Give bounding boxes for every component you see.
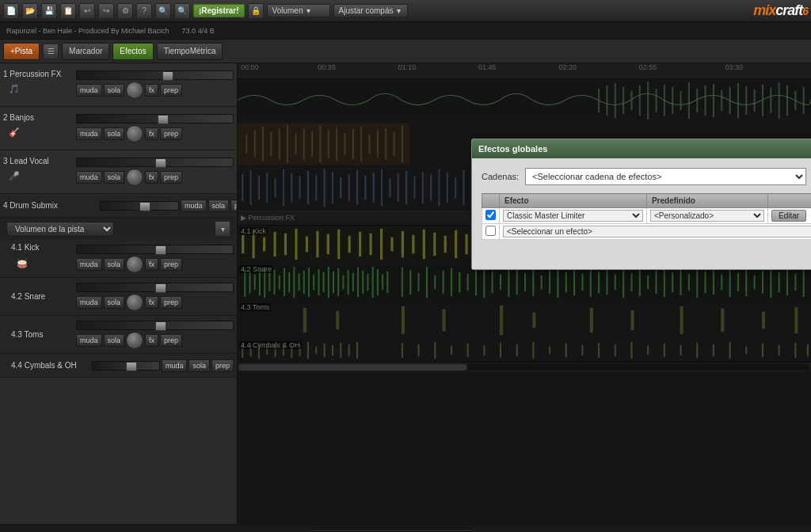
sub-42-mute[interactable]: muda bbox=[76, 296, 102, 309]
sub-track-row-42: 4.2 Snare muda sola fx prep bbox=[0, 278, 237, 316]
cadenas-select[interactable]: <Seleccionar cadena de efectos> bbox=[525, 168, 806, 185]
sub-43-fx[interactable]: fx bbox=[145, 334, 158, 347]
sub-41-solo[interactable]: sola bbox=[104, 258, 125, 271]
track-4-solo-btn[interactable]: sola bbox=[208, 200, 230, 212]
sub-track-43-name: 4.3 Toms bbox=[11, 330, 74, 339]
add-effect-select[interactable]: <Seleccionar un efecto> bbox=[503, 226, 811, 238]
sub-42-fx[interactable]: fx bbox=[145, 296, 158, 309]
sub-43-prep[interactable]: prep bbox=[160, 334, 182, 347]
track-3-name: 3 Lead Vocal bbox=[3, 157, 74, 165]
effects-button[interactable]: Efectos bbox=[112, 43, 153, 60]
sub-41-pan[interactable] bbox=[126, 256, 143, 273]
add-effect-cell: <Seleccionar un efecto> bbox=[500, 224, 812, 240]
track-3-pan-knob[interactable] bbox=[126, 169, 143, 186]
register-button[interactable]: ¡Registrar! bbox=[193, 4, 245, 17]
sub-43-pan[interactable] bbox=[126, 332, 143, 349]
settings-icon[interactable]: ⚙ bbox=[117, 3, 133, 19]
sub-track-42-fader[interactable] bbox=[76, 283, 234, 292]
sub-track-41-icon: 🥁 bbox=[11, 252, 33, 274]
dialog-titlebar: Efectos globales × bbox=[472, 139, 811, 158]
track-2-mute-btn[interactable]: muda bbox=[76, 127, 102, 140]
cadenas-label: Cadenas: bbox=[482, 172, 519, 181]
track-2-volume-fader[interactable] bbox=[76, 114, 234, 124]
track-menu-icon[interactable]: ☰ bbox=[43, 44, 59, 59]
controls-bar: +Pista ☰ Marcador Efectos TiempoMétrica bbox=[0, 40, 811, 63]
effect-edit-button[interactable]: Editar bbox=[771, 210, 806, 222]
effect-checkbox[interactable] bbox=[485, 210, 496, 220]
effect-preset-cell: <Personalizado> bbox=[646, 208, 767, 224]
table-header-preset: Predefinido bbox=[646, 194, 767, 208]
sub-track-41-fader[interactable] bbox=[76, 245, 234, 254]
track-4-prep-btn[interactable]: prep bbox=[230, 200, 238, 212]
add-effect-checkbox-cell bbox=[482, 224, 500, 240]
redo-icon[interactable]: ↪ bbox=[98, 3, 114, 19]
track-3-volume-fader[interactable] bbox=[76, 158, 234, 167]
sub-43-solo[interactable]: sola bbox=[104, 334, 125, 347]
sub-42-prep[interactable]: prep bbox=[160, 296, 182, 309]
track-3-icon: 🎤 bbox=[3, 165, 25, 188]
track-1-pan-knob[interactable] bbox=[126, 82, 143, 99]
track-2-prep-btn[interactable]: prep bbox=[160, 127, 182, 140]
sub-44-prep[interactable]: prep bbox=[211, 359, 234, 372]
add-effect-checkbox[interactable] bbox=[485, 226, 496, 236]
sub-track-row-44: 4.4 Cymbals & OH muda sola prep bbox=[0, 354, 237, 378]
track-1-mute-btn[interactable]: muda bbox=[76, 84, 102, 97]
open-icon[interactable]: 📂 bbox=[22, 3, 38, 19]
sub-track-44-name: 4.4 Cymbals & OH bbox=[11, 361, 90, 370]
track-3-fx-btn[interactable]: fx bbox=[145, 171, 158, 184]
zoom-out-icon[interactable]: 🔍 bbox=[174, 3, 190, 19]
add-track-button[interactable]: +Pista bbox=[3, 43, 40, 60]
new-icon[interactable]: 📄 bbox=[3, 3, 19, 19]
lock-icon[interactable]: 🔒 bbox=[248, 3, 264, 19]
undo-icon[interactable]: ↩ bbox=[79, 3, 95, 19]
save-icon[interactable]: 💾 bbox=[41, 3, 57, 19]
table-header-action bbox=[768, 194, 812, 208]
track-2-fx-btn[interactable]: fx bbox=[145, 127, 158, 140]
track-2-pan-knob[interactable] bbox=[126, 125, 143, 142]
help-icon[interactable]: ? bbox=[136, 3, 152, 19]
track-1-fx-btn[interactable]: fx bbox=[145, 84, 158, 97]
vol-panel-arrow[interactable]: ▾ bbox=[215, 221, 230, 237]
sub-44-solo[interactable]: sola bbox=[188, 359, 210, 372]
song-bpm-info: 73.0 4/4 B bbox=[182, 27, 215, 35]
save-as-icon[interactable]: 📋 bbox=[60, 3, 76, 19]
sub-41-fx[interactable]: fx bbox=[145, 258, 158, 271]
track-2-fader-area: muda sola fx prep bbox=[76, 114, 234, 142]
sub-track-row-41: 4.1 Kick 🥁 muda sola fx prep bbox=[0, 240, 237, 278]
track-2-solo-btn[interactable]: sola bbox=[104, 127, 125, 140]
dialog-overlay bbox=[238, 63, 811, 524]
sub-44-mute[interactable]: muda bbox=[162, 359, 188, 372]
sub-track-44-fader[interactable] bbox=[92, 361, 160, 370]
effect-preset-select[interactable]: <Personalizado> bbox=[650, 210, 764, 222]
sub-41-mute[interactable]: muda bbox=[76, 258, 102, 271]
sub-track-41-fader-area: muda sola fx prep bbox=[76, 245, 234, 273]
main-layout: 1 Percussion FX 🎵 muda sola fx prep 2 Ba… bbox=[0, 63, 811, 524]
vol-panel-dropdown[interactable]: Volumen de la pista bbox=[6, 222, 114, 237]
track-1-solo-btn[interactable]: sola bbox=[104, 84, 125, 97]
bottom-bar: ● ⏮ ⏪ ■ ⏩ ⏭ 🔄 📤 📥 73.0 PPM 4 / 4 B 00:00… bbox=[0, 524, 811, 532]
track-4-mute-btn[interactable]: muda bbox=[181, 200, 207, 212]
sub-42-pan[interactable] bbox=[126, 294, 143, 311]
marker-button[interactable]: Marcador bbox=[62, 43, 109, 60]
track-3-mute-btn[interactable]: muda bbox=[76, 171, 102, 184]
sub-42-solo[interactable]: sola bbox=[104, 296, 125, 309]
track-4-volume-fader[interactable] bbox=[100, 201, 179, 211]
sub-track-43-fader[interactable] bbox=[76, 321, 234, 330]
zoom-in-icon[interactable]: 🔍 bbox=[155, 3, 171, 19]
time-metric-button[interactable]: TiempoMétrica bbox=[157, 43, 223, 60]
track-row-3: 3 Lead Vocal 🎤 muda sola fx prep bbox=[0, 150, 237, 194]
track-3-prep-btn[interactable]: prep bbox=[160, 171, 182, 184]
track-3-solo-btn[interactable]: sola bbox=[104, 171, 125, 184]
sub-43-mute[interactable]: muda bbox=[76, 334, 102, 347]
volume-dropdown[interactable]: Volumen ▾ bbox=[267, 4, 330, 17]
track-4-name: 4 Drum Submix bbox=[3, 201, 98, 210]
track-1-prep-btn[interactable]: prep bbox=[160, 84, 182, 97]
right-panel: 00:00 00:35 01:10 01:45 02:20 02:55 03:3… bbox=[238, 63, 811, 524]
effect-name-cell: Classic Master Limiter bbox=[500, 208, 647, 224]
track-1-volume-fader[interactable] bbox=[76, 70, 234, 80]
effects-dialog: Efectos globales × Cadenas: <Seleccionar… bbox=[471, 139, 811, 270]
effect-name-select[interactable]: Classic Master Limiter bbox=[503, 210, 643, 222]
effects-table-wrapper: Efecto Predefinido bbox=[482, 193, 811, 260]
sub-41-prep[interactable]: prep bbox=[160, 258, 182, 271]
adjust-dropdown[interactable]: Ajustar compás ▾ bbox=[333, 4, 408, 17]
